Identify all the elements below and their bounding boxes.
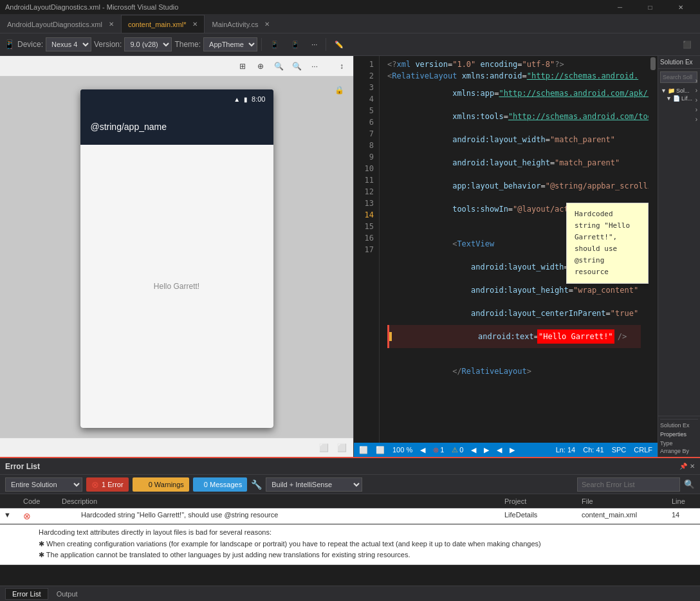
scroll-thumb[interactable] xyxy=(650,57,656,70)
tree-item-project[interactable]: ▼ 📄 Lif... xyxy=(659,95,699,102)
expand-designer-button[interactable]: ↕ xyxy=(334,59,349,73)
code-line-15 xyxy=(387,348,641,360)
toggle-code-button[interactable]: ⬜ xyxy=(376,446,385,454)
tree-expand-icon: ▼ xyxy=(661,88,667,94)
device-label: Device: xyxy=(17,40,43,49)
error-badge-icon: ⊗ xyxy=(91,479,99,490)
warning-badge-icon: ⚠ xyxy=(138,479,146,490)
error-count-badge: ⊗ 1 xyxy=(433,446,444,454)
version-select[interactable]: 9.0 (v28) xyxy=(124,37,172,51)
device-icon[interactable]: 📱 xyxy=(4,39,15,50)
more-designer-button[interactable]: ··· xyxy=(307,59,322,73)
error-badge[interactable]: ⊗ 1 Error xyxy=(86,477,129,492)
bottom-tabs: Error List Output xyxy=(0,586,700,601)
error-row-expand-icon[interactable]: ▼ xyxy=(0,510,19,519)
collapse-bottom-button[interactable]: ⬜ xyxy=(334,441,349,455)
tree-item-solution[interactable]: ▼ 📁 Sol... xyxy=(659,87,699,95)
tab-bar: AndroidLayoutDiagnostics.xml ✕ content_m… xyxy=(0,14,700,33)
error-detail-heading: Hardcoding text attributes directly in l… xyxy=(39,528,674,536)
code-content: 12345 678910 11121314 151617 <?xml versi… xyxy=(354,56,658,443)
pencil-button[interactable]: ✏️ xyxy=(330,37,348,52)
info-badge[interactable]: ℹ 0 Messages xyxy=(193,477,247,492)
close-button[interactable]: ✕ xyxy=(666,0,695,14)
properties-label: Properties xyxy=(660,431,698,438)
error-icon-cell: ⊗ xyxy=(23,511,31,521)
code-line-2: <RelativeLayout xmlns:android="http://sc… xyxy=(387,70,641,82)
col-header-desc: Description xyxy=(58,497,501,505)
tab-close-icon[interactable]: ✕ xyxy=(192,21,198,28)
tab-mainactivity[interactable]: MainActivity.cs ✕ xyxy=(205,15,277,33)
filter-select[interactable]: Entire Solution xyxy=(5,477,82,492)
theme-select[interactable]: AppTheme xyxy=(203,37,257,51)
error-panel-pin-button[interactable]: 📌 xyxy=(679,463,687,470)
solution-icon: 📁 xyxy=(668,88,675,94)
expand-button[interactable]: ⬛ xyxy=(678,37,696,52)
warning-icon: ⚠ xyxy=(452,446,458,454)
nav-next[interactable]: ▶ xyxy=(484,446,489,454)
maximize-button[interactable]: □ xyxy=(636,0,665,14)
zoom-fit-button[interactable]: ⊕ xyxy=(253,59,268,73)
right-sidebar: Solution Ex ▼ 📁 Sol... ▼ 📄 Lif... › › › … xyxy=(658,56,700,457)
search-errors-input[interactable] xyxy=(577,477,680,492)
nav-prev[interactable]: ◀ xyxy=(471,446,476,454)
info-badge-icon: ℹ xyxy=(198,479,201,490)
status-arrow-left[interactable]: ◀ xyxy=(420,446,425,454)
code-line-16: </RelativeLayout> xyxy=(387,360,641,383)
tab-close-icon[interactable]: ✕ xyxy=(109,21,114,28)
code-scrollbar[interactable] xyxy=(649,56,658,443)
tab-contentmain[interactable]: content_main.xml* ✕ xyxy=(121,15,205,33)
phone-landscape-button[interactable]: 📱 xyxy=(286,37,304,52)
title-bar: AndroidLayoutDiagnostics.xml - Microsoft… xyxy=(0,0,700,14)
tab-androidlayout[interactable]: AndroidLayoutDiagnostics.xml ✕ xyxy=(0,15,121,33)
zoom-out-button[interactable]: 🔍 xyxy=(289,59,304,73)
solution-tree: ▼ 📁 Sol... ▼ 📄 Lif... › › › › › xyxy=(658,86,700,416)
toggle-design-button[interactable]: ⬜ xyxy=(359,446,368,454)
lock-icon[interactable]: 🔒 xyxy=(331,83,347,97)
toolbar-separator2 xyxy=(326,38,326,51)
properties-area: Solution Ex Properties Type Arrange By xyxy=(658,416,700,457)
collapse-arrow-5[interactable]: › xyxy=(695,116,697,123)
tab-label: AndroidLayoutDiagnostics.xml xyxy=(7,21,102,28)
build-select[interactable]: Build + IntelliSense xyxy=(266,477,362,492)
error-table-header: Code Description Project File Line xyxy=(0,494,700,508)
collapse-arrow-2[interactable]: › xyxy=(695,87,697,94)
error-row-project: LifeDetails xyxy=(501,510,578,519)
expand-bottom-button[interactable]: ⬜ xyxy=(316,441,331,455)
device-toolbar: 📱 Device: Nexus 4 Version: 9.0 (v28) The… xyxy=(0,33,700,56)
error-row-1[interactable]: ▼ ⊗ Hardcoded string "Hello Garrett!", s… xyxy=(0,508,700,524)
phone-portrait-button[interactable]: 📱 xyxy=(266,37,284,52)
zoom-level: 100 % xyxy=(392,446,412,454)
collapse-arrow-3[interactable]: › xyxy=(695,97,697,104)
toolbar-separator xyxy=(261,38,262,51)
tab-close-icon[interactable]: ✕ xyxy=(264,21,270,28)
page-nav-next[interactable]: ▶ xyxy=(510,446,515,454)
phone-content-text: Hello Garrett! xyxy=(154,282,199,291)
search-solution-input[interactable] xyxy=(660,71,697,83)
filter-tool-button[interactable]: 🔧 xyxy=(251,479,262,490)
error-row-code xyxy=(39,510,77,512)
error-panel-close-button[interactable]: ✕ xyxy=(690,463,695,470)
phone-appbar: @string/app_name xyxy=(80,109,273,145)
designer-bottom: ⬜ ⬜ xyxy=(0,438,353,457)
warning-badge[interactable]: ⚠ 0 Warnings xyxy=(133,477,189,492)
line-numbers: 12345 678910 11121314 151617 xyxy=(354,56,380,443)
version-label: Version: xyxy=(94,40,122,49)
zoom-in-button[interactable]: 🔍 xyxy=(271,59,286,73)
tab-error-list[interactable]: Error List xyxy=(5,588,48,600)
error-panel-controls: 📌 ✕ xyxy=(679,463,695,470)
page-nav-prev[interactable]: ◀ xyxy=(497,446,502,454)
toggle-split-button[interactable]: ⊞ xyxy=(235,59,250,73)
code-line-5: android:layout_width="match_parent" xyxy=(387,128,641,151)
device-select[interactable]: Nexus 4 xyxy=(46,37,91,51)
error-table: Code Description Project File Line ▼ ⊗ H xyxy=(0,494,700,586)
minimize-button[interactable]: ─ xyxy=(605,0,634,14)
tooltip-text: Hardcoded string "Hello Garrett!", shoul… xyxy=(575,210,630,276)
more-options-button[interactable]: ··· xyxy=(307,37,322,52)
search-errors-button[interactable]: 🔍 xyxy=(684,479,695,489)
col-header-line: Line xyxy=(668,497,700,505)
code-editor[interactable]: <?xml version="1.0" encoding="utf-8"?> <… xyxy=(380,56,649,443)
cursor-position: Ln: 14 xyxy=(556,446,576,454)
editor-status-bar: ⬜ ⬜ 100 % ◀ ⊗ 1 ⚠ 0 ◀ ▶ ◀ ▶ Ln: 14 Ch: 4… xyxy=(354,443,658,457)
tab-output[interactable]: Output xyxy=(50,588,85,600)
collapse-arrow-4[interactable]: › xyxy=(695,106,697,113)
